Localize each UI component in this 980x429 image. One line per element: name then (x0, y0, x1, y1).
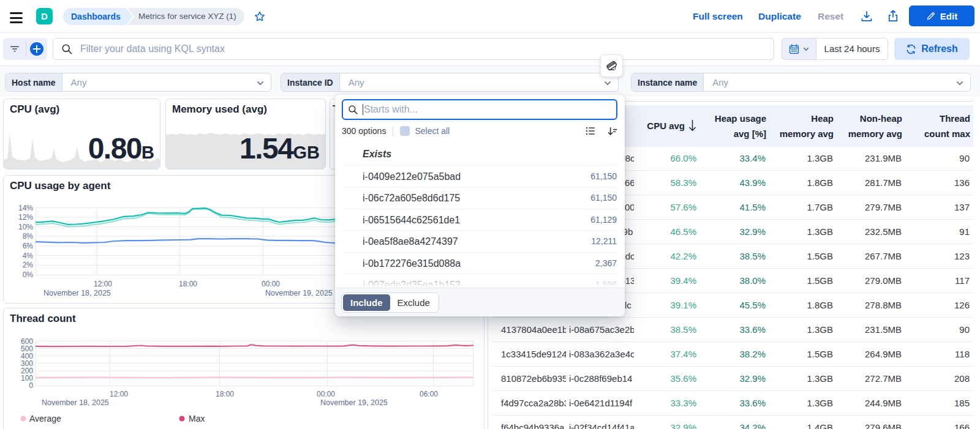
svg-text:November 19, 2025: November 19, 2025 (265, 289, 333, 297)
svg-text:12%: 12% (18, 213, 33, 222)
svg-text:4%: 4% (23, 252, 34, 260)
svg-text:November 18, 2025: November 18, 2025 (43, 289, 111, 297)
svg-text:0%: 0% (23, 270, 34, 279)
svg-text:06:00: 06:00 (420, 390, 438, 398)
svg-text:12:00: 12:00 (110, 390, 128, 398)
svg-text:2%: 2% (23, 261, 34, 269)
svg-text:0: 0 (29, 381, 33, 390)
svg-text:Max: Max (189, 414, 205, 423)
svg-text:6%: 6% (23, 242, 34, 250)
svg-text:November 18, 2025: November 18, 2025 (42, 398, 109, 407)
svg-text:8%: 8% (23, 232, 34, 241)
svg-text:November 19, 2025: November 19, 2025 (320, 398, 388, 407)
svg-text:18:00: 18:00 (216, 390, 234, 398)
svg-text:12:00: 12:00 (94, 280, 112, 288)
svg-text:Average: Average (29, 414, 61, 423)
svg-text:10%: 10% (18, 223, 33, 231)
svg-text:14%: 14% (18, 204, 33, 212)
svg-text:00:00: 00:00 (317, 390, 335, 398)
svg-text:00:00: 00:00 (262, 280, 280, 288)
svg-text:18:00: 18:00 (179, 280, 197, 288)
